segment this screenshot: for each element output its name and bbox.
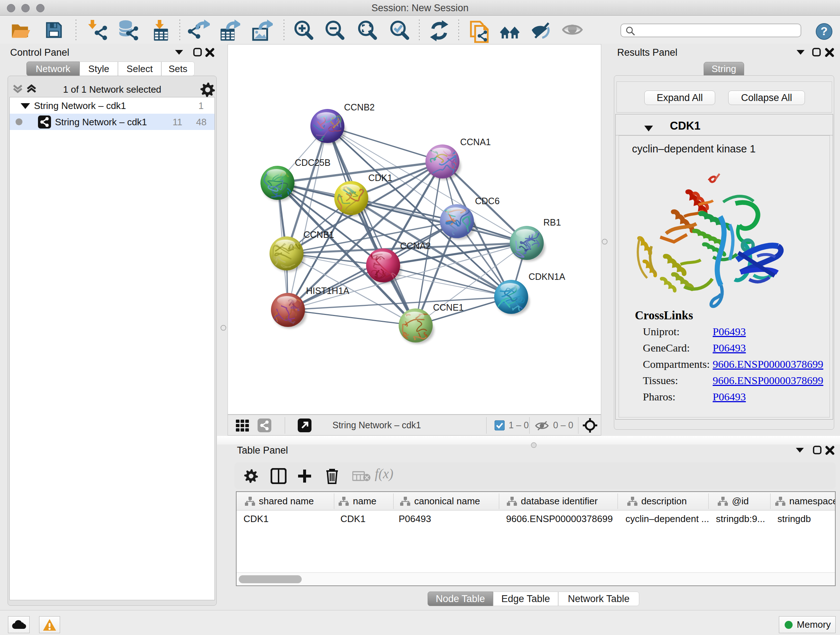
svg-text:HIST1H1A: HIST1H1A [306, 286, 349, 296]
svg-text:CDC25B: CDC25B [295, 157, 331, 168]
svg-text:CDK1: CDK1 [368, 173, 393, 183]
svg-text:CCNB2: CCNB2 [344, 102, 375, 112]
svg-text:?: ? [821, 25, 828, 38]
svg-text:CCNA2: CCNA2 [400, 241, 431, 251]
svg-text:CDKN1A: CDKN1A [529, 272, 565, 282]
svg-text:CCNA1: CCNA1 [460, 137, 491, 147]
svg-text:RB1: RB1 [543, 217, 561, 227]
svg-text:CCNB1: CCNB1 [303, 230, 334, 240]
svg-text:CCNE1: CCNE1 [433, 302, 464, 312]
svg-text:CDC6: CDC6 [475, 196, 500, 206]
